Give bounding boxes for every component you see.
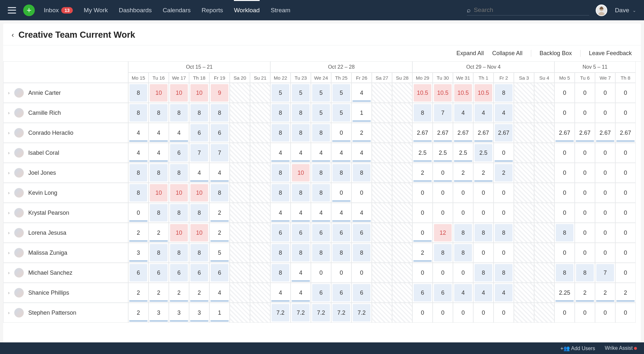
expand-icon[interactable]: › [8, 270, 10, 275]
workload-cell[interactable] [392, 283, 412, 303]
workload-cell[interactable] [514, 163, 534, 183]
workload-cell[interactable]: 4 [209, 283, 230, 303]
workload-cell[interactable]: 8 [169, 103, 189, 123]
workload-cell[interactable] [230, 143, 250, 163]
workload-cell[interactable]: 0 [615, 143, 636, 163]
workload-cell[interactable]: 5 [331, 103, 351, 123]
workload-cell[interactable]: 10 [291, 163, 311, 183]
workload-cell[interactable]: 2 [149, 283, 169, 303]
expand-all[interactable]: Expand All [457, 50, 484, 57]
workload-cell[interactable]: 2 [412, 163, 433, 183]
workload-cell[interactable]: 4 [494, 283, 514, 303]
workload-cell[interactable]: 0 [453, 303, 473, 323]
workload-cell[interactable]: 4 [291, 263, 311, 283]
workload-cell[interactable]: 8 [169, 163, 189, 183]
workload-cell[interactable]: 6 [291, 223, 311, 243]
workload-cell[interactable] [250, 223, 270, 243]
workload-cell[interactable]: 4 [351, 203, 372, 223]
workload-cell[interactable] [392, 103, 412, 123]
workload-cell[interactable] [230, 83, 250, 103]
workload-cell[interactable] [392, 143, 412, 163]
expand-icon[interactable]: › [8, 90, 10, 95]
workload-cell[interactable]: 6 [311, 223, 331, 243]
workload-cell[interactable]: 0 [615, 163, 636, 183]
workload-cell[interactable]: 2.67 [615, 123, 636, 143]
workload-cell[interactable]: 12 [433, 223, 453, 243]
workload-cell[interactable]: 4 [351, 143, 372, 163]
workload-cell[interactable] [372, 283, 392, 303]
workload-cell[interactable] [392, 303, 412, 323]
workload-cell[interactable] [514, 263, 534, 283]
workload-cell[interactable]: 0 [494, 183, 514, 203]
workload-cell[interactable]: 0 [575, 243, 595, 263]
workload-cell[interactable]: 2.67 [433, 123, 453, 143]
workload-cell[interactable]: 8 [575, 263, 595, 283]
expand-icon[interactable]: › [8, 190, 10, 195]
expand-icon[interactable]: › [8, 230, 10, 235]
workload-cell[interactable] [250, 123, 270, 143]
workload-cell[interactable]: 2.67 [595, 123, 615, 143]
workload-cell[interactable]: 8 [149, 103, 169, 123]
workload-cell[interactable]: 5 [209, 243, 230, 263]
create-button[interactable]: + [23, 5, 35, 16]
workload-cell[interactable]: 4 [473, 283, 494, 303]
workload-cell[interactable] [230, 263, 250, 283]
nav-workload[interactable]: Workload [234, 7, 260, 14]
person-cell[interactable]: ›Camille Rich [3, 103, 128, 123]
workload-cell[interactable] [514, 243, 534, 263]
workload-cell[interactable] [250, 143, 270, 163]
workload-cell[interactable]: 0 [575, 103, 595, 123]
workload-cell[interactable]: 0 [554, 203, 575, 223]
workload-cell[interactable]: 0 [615, 183, 636, 203]
workload-cell[interactable] [372, 203, 392, 223]
workload-cell[interactable] [534, 203, 554, 223]
workload-cell[interactable]: 2 [412, 243, 433, 263]
workload-cell[interactable]: 0 [351, 183, 372, 203]
workload-cell[interactable]: 0 [473, 243, 494, 263]
expand-icon[interactable]: › [8, 250, 10, 255]
workload-cell[interactable]: 8 [128, 183, 149, 203]
workload-cell[interactable]: 2.25 [554, 283, 575, 303]
workload-cell[interactable]: 5 [331, 83, 351, 103]
user-avatar[interactable] [596, 5, 607, 16]
workload-cell[interactable]: 7.2 [270, 303, 291, 323]
workload-cell[interactable]: 4 [453, 283, 473, 303]
workload-cell[interactable]: 4 [311, 203, 331, 223]
workload-cell[interactable] [534, 103, 554, 123]
person-cell[interactable]: ›Annie Carter [3, 83, 128, 103]
workload-cell[interactable]: 8 [189, 243, 209, 263]
workload-cell[interactable]: 10 [169, 83, 189, 103]
workload-cell[interactable] [514, 203, 534, 223]
workload-cell[interactable]: 0 [453, 263, 473, 283]
workload-cell[interactable]: 2.5 [433, 143, 453, 163]
expand-icon[interactable]: › [8, 310, 10, 315]
workload-cell[interactable] [534, 223, 554, 243]
workload-cell[interactable]: 6 [412, 283, 433, 303]
workload-cell[interactable] [514, 123, 534, 143]
workload-cell[interactable] [392, 263, 412, 283]
expand-icon[interactable]: › [8, 150, 10, 155]
workload-cell[interactable]: 6 [351, 223, 372, 243]
workload-cell[interactable]: 0 [595, 303, 615, 323]
workload-cell[interactable] [230, 203, 250, 223]
workload-cell[interactable]: 2 [209, 203, 230, 223]
workload-cell[interactable]: 4 [473, 103, 494, 123]
workload-cell[interactable]: 0 [595, 163, 615, 183]
workload-cell[interactable]: 0 [595, 243, 615, 263]
workload-cell[interactable]: 0 [128, 203, 149, 223]
workload-cell[interactable] [250, 303, 270, 323]
workload-cell[interactable]: 8 [291, 183, 311, 203]
workload-cell[interactable]: 8 [291, 123, 311, 143]
nav-reports[interactable]: Reports [202, 7, 223, 14]
workload-cell[interactable]: 1 [351, 103, 372, 123]
workload-cell[interactable]: 0 [453, 203, 473, 223]
workload-cell[interactable]: 4 [331, 143, 351, 163]
workload-cell[interactable]: 5 [291, 83, 311, 103]
workload-cell[interactable] [534, 243, 554, 263]
workload-cell[interactable]: 4 [494, 103, 514, 123]
workload-cell[interactable] [230, 103, 250, 123]
workload-cell[interactable]: 8 [270, 163, 291, 183]
workload-cell[interactable]: 4 [169, 123, 189, 143]
workload-cell[interactable]: 3 [189, 303, 209, 323]
search-input[interactable] [474, 6, 589, 14]
